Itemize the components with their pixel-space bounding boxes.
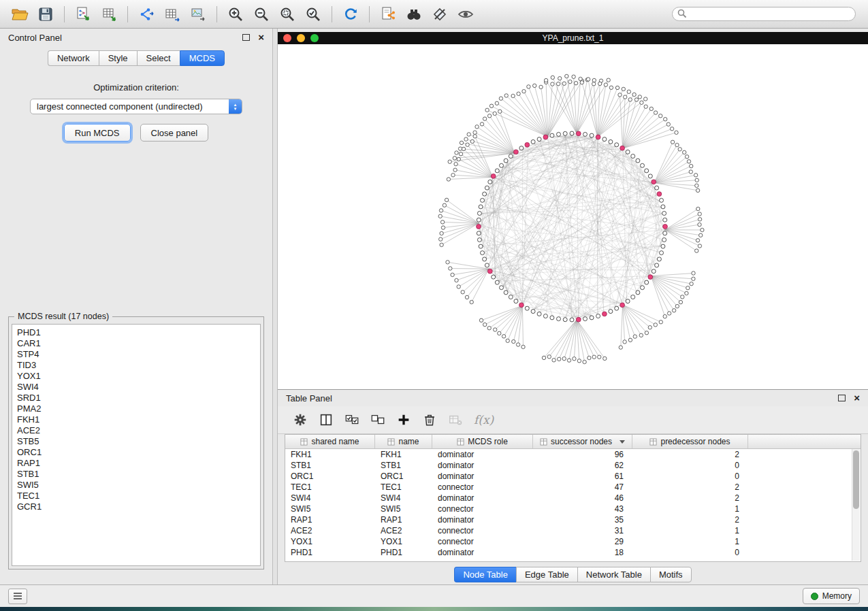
- mcds-result-item[interactable]: STB5: [17, 436, 260, 447]
- cell-successor-nodes[interactable]: 18: [533, 547, 632, 558]
- open-session-button[interactable]: [7, 3, 33, 25]
- cell-mcds-role[interactable]: connector: [432, 482, 533, 493]
- mcds-result-item[interactable]: ACE2: [17, 425, 260, 436]
- close-panel-icon[interactable]: ×: [258, 34, 264, 41]
- cell-name[interactable]: RAP1: [375, 514, 432, 525]
- cell-name[interactable]: STB1: [375, 460, 432, 471]
- mcds-result-list[interactable]: PHD1 CAR1 STP4 TID3 YOX1 SWI4 SRD1 PMA2: [12, 324, 261, 566]
- tab-select[interactable]: Select: [137, 50, 180, 66]
- cell-predecessor-nodes[interactable]: 1: [632, 503, 748, 514]
- delete-column-button[interactable]: [418, 409, 441, 431]
- cell-shared-name[interactable]: FKH1: [285, 449, 375, 460]
- mcds-result-item[interactable]: SWI5: [17, 480, 260, 491]
- cell-successor-nodes[interactable]: 29: [533, 536, 632, 547]
- cell-mcds-role[interactable]: dominator: [432, 547, 533, 558]
- cell-name[interactable]: SWI4: [375, 493, 432, 503]
- export-document-button[interactable]: [375, 3, 401, 25]
- zoom-out-button[interactable]: [248, 3, 274, 25]
- cell-successor-nodes[interactable]: 46: [533, 493, 632, 503]
- minimize-window-icon[interactable]: [297, 34, 305, 42]
- cell-mcds-role[interactable]: connector: [432, 525, 533, 536]
- zoom-in-button[interactable]: [223, 3, 248, 25]
- select-all-columns-button[interactable]: [340, 409, 364, 431]
- table-settings-button[interactable]: [289, 409, 312, 431]
- tab-style[interactable]: Style: [99, 50, 137, 66]
- cell-successor-nodes[interactable]: 61: [533, 471, 632, 482]
- float-table-panel-icon[interactable]: [838, 395, 846, 401]
- export-table-button[interactable]: [159, 3, 185, 25]
- cell-mcds-role[interactable]: dominator: [432, 493, 533, 503]
- table-row[interactable]: STB1 STB1 dominator 62 0: [285, 460, 861, 471]
- delete-table-button[interactable]: [444, 409, 467, 431]
- cell-successor-nodes[interactable]: 35: [533, 514, 632, 525]
- zoom-selected-button[interactable]: [274, 3, 300, 25]
- tab-network[interactable]: Network: [48, 50, 99, 66]
- save-session-button[interactable]: [33, 3, 59, 25]
- table-row[interactable]: TEC1 TEC1 connector 47 2: [285, 482, 861, 493]
- cell-shared-name[interactable]: STB1: [285, 460, 375, 471]
- cell-successor-nodes[interactable]: 62: [533, 460, 632, 471]
- table-row[interactable]: ORC1 ORC1 dominator 61 0: [285, 471, 861, 482]
- tab-motifs[interactable]: Motifs: [650, 567, 692, 582]
- mcds-result-item[interactable]: YOX1: [17, 371, 260, 382]
- cell-predecessor-nodes[interactable]: 0: [632, 547, 748, 558]
- cell-predecessor-nodes[interactable]: 1: [632, 536, 748, 547]
- cell-successor-nodes[interactable]: 47: [533, 482, 632, 493]
- cell-mcds-role[interactable]: dominator: [432, 471, 533, 482]
- table-scrollbar[interactable]: [852, 449, 860, 561]
- refresh-layout-button[interactable]: [338, 3, 364, 25]
- scrollbar-thumb[interactable]: [853, 450, 859, 509]
- cell-predecessor-nodes[interactable]: 0: [632, 460, 748, 471]
- cell-shared-name[interactable]: SWI4: [285, 493, 375, 503]
- mcds-result-item[interactable]: TID3: [17, 360, 260, 371]
- cell-mcds-role[interactable]: dominator: [432, 449, 533, 460]
- table-row[interactable]: SWI5 SWI5 connector 43 1: [285, 503, 861, 514]
- cell-shared-name[interactable]: ACE2: [285, 525, 375, 536]
- panel-splitter[interactable]: [272, 29, 278, 584]
- mcds-result-item[interactable]: PMA2: [17, 403, 260, 414]
- export-network-button[interactable]: [133, 3, 159, 25]
- mcds-result-item[interactable]: CAR1: [17, 338, 260, 349]
- close-window-icon[interactable]: [283, 34, 291, 42]
- zoom-fit-button[interactable]: [300, 3, 326, 25]
- cell-successor-nodes[interactable]: 31: [533, 525, 632, 536]
- network-graph[interactable]: [278, 44, 868, 386]
- cell-shared-name[interactable]: SWI5: [285, 503, 375, 514]
- table-row[interactable]: YOX1 YOX1 connector 29 1: [285, 536, 861, 547]
- show-graphics-details-button[interactable]: [427, 3, 453, 25]
- show-columns-button[interactable]: [315, 409, 338, 431]
- cell-mcds-role[interactable]: connector: [432, 503, 533, 514]
- cell-predecessor-nodes[interactable]: 0: [632, 471, 748, 482]
- column-header-shared-name[interactable]: shared name: [285, 435, 375, 448]
- cell-name[interactable]: SWI5: [375, 503, 432, 514]
- mcds-result-item[interactable]: ORC1: [17, 447, 260, 458]
- status-menu-button[interactable]: [8, 589, 27, 604]
- function-builder-button[interactable]: f(x): [470, 413, 494, 427]
- cell-name[interactable]: YOX1: [375, 536, 432, 547]
- cell-name[interactable]: ACE2: [375, 525, 432, 536]
- cell-successor-nodes[interactable]: 43: [533, 503, 632, 514]
- cell-shared-name[interactable]: YOX1: [285, 536, 375, 547]
- cell-mcds-role[interactable]: dominator: [432, 514, 533, 525]
- cell-name[interactable]: FKH1: [375, 449, 432, 460]
- tab-edge-table[interactable]: Edge Table: [516, 567, 577, 582]
- mcds-result-item[interactable]: STP4: [17, 349, 260, 360]
- mcds-result-item[interactable]: PHD1: [17, 327, 260, 338]
- show-hide-button[interactable]: [453, 3, 479, 25]
- cell-predecessor-nodes[interactable]: 1: [632, 525, 748, 536]
- mcds-result-item[interactable]: RAP1: [17, 458, 260, 469]
- search-network-button[interactable]: [401, 3, 427, 25]
- network-canvas[interactable]: [278, 44, 868, 389]
- mcds-result-item[interactable]: TEC1: [17, 491, 260, 501]
- cell-shared-name[interactable]: PHD1: [285, 547, 375, 558]
- cell-shared-name[interactable]: TEC1: [285, 482, 375, 493]
- network-titlebar[interactable]: YPA_prune.txt_1: [278, 32, 868, 44]
- table-row[interactable]: RAP1 RAP1 dominator 35 2: [285, 514, 861, 525]
- run-mcds-button[interactable]: Run MCDS: [64, 124, 131, 142]
- tab-node-table[interactable]: Node Table: [454, 567, 516, 582]
- mcds-result-item[interactable]: SRD1: [17, 393, 260, 403]
- column-header-mcds-role[interactable]: MCDS role: [432, 435, 533, 448]
- maximize-window-icon[interactable]: [310, 34, 319, 42]
- import-network-button[interactable]: [70, 3, 96, 25]
- cell-name[interactable]: TEC1: [375, 482, 432, 493]
